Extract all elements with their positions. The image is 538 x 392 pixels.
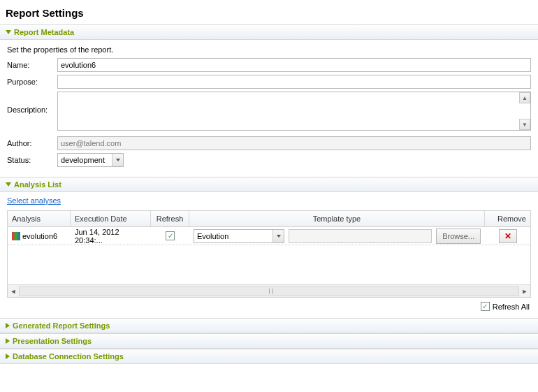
name-label: Name: bbox=[7, 61, 57, 69]
section-title: Report Metadata bbox=[14, 28, 74, 36]
section-header-presentation[interactable]: Presentation Settings bbox=[0, 334, 538, 349]
refresh-all-label: Refresh All bbox=[493, 303, 530, 311]
template-path-field[interactable] bbox=[289, 229, 432, 243]
col-remove[interactable]: Remove bbox=[485, 211, 530, 226]
section-header-analysis[interactable]: Analysis List bbox=[0, 177, 538, 192]
analysis-name: evolution6 bbox=[22, 232, 57, 240]
section-generated-report-settings: Generated Report Settings bbox=[0, 318, 538, 333]
chevron-down-icon bbox=[6, 30, 11, 34]
purpose-field[interactable] bbox=[57, 75, 531, 89]
col-execution-date[interactable]: Execution Date bbox=[71, 211, 151, 226]
section-report-metadata: Report Metadata Set the properties of th… bbox=[0, 24, 538, 177]
scroll-down-icon[interactable]: ▼ bbox=[519, 119, 530, 130]
section-title: Presentation Settings bbox=[13, 337, 92, 345]
horizontal-scrollbar[interactable]: ◄ ► bbox=[8, 284, 530, 297]
chevron-right-icon bbox=[6, 354, 10, 359]
grid-header: Analysis Execution Date Refresh Template… bbox=[8, 211, 530, 227]
table-row[interactable]: evolution6 Jun 14, 2012 20:34:... ✓ Evol… bbox=[8, 227, 530, 245]
section-presentation-settings: Presentation Settings bbox=[0, 333, 538, 349]
purpose-label: Purpose: bbox=[7, 78, 57, 86]
scroll-left-icon[interactable]: ◄ bbox=[8, 288, 19, 295]
remove-button[interactable]: ✕ bbox=[499, 229, 517, 243]
refresh-all-checkbox[interactable]: ✓ bbox=[481, 302, 490, 311]
scroll-right-icon[interactable]: ► bbox=[519, 288, 530, 295]
chevron-right-icon bbox=[6, 323, 10, 328]
name-field[interactable] bbox=[57, 58, 531, 72]
browse-button[interactable]: Browse... bbox=[436, 228, 481, 244]
section-header-metadata[interactable]: Report Metadata bbox=[0, 25, 538, 40]
section-analysis-list: Analysis List Select analyses Analysis E… bbox=[0, 177, 538, 318]
col-refresh[interactable]: Refresh bbox=[151, 211, 189, 226]
analysis-grid: Analysis Execution Date Refresh Template… bbox=[7, 210, 531, 298]
refresh-checkbox[interactable]: ✓ bbox=[166, 231, 175, 240]
status-select[interactable]: development bbox=[57, 153, 124, 167]
col-template-type[interactable]: Template type bbox=[189, 211, 485, 226]
select-analyses-link[interactable]: Select analyses bbox=[7, 196, 61, 205]
section-header-generated[interactable]: Generated Report Settings bbox=[0, 319, 538, 333]
col-analysis[interactable]: Analysis bbox=[8, 211, 71, 226]
section-subtext: Set the properties of the report. bbox=[7, 45, 531, 54]
description-label: Description: bbox=[7, 92, 57, 114]
page-title: Report Settings bbox=[0, 0, 538, 24]
section-header-dbconn[interactable]: Database Connection Settings bbox=[0, 349, 538, 364]
author-field bbox=[57, 136, 531, 150]
dropdown-icon bbox=[112, 154, 123, 166]
dropdown-icon bbox=[272, 230, 284, 242]
section-database-connection-settings: Database Connection Settings bbox=[0, 349, 538, 364]
chevron-down-icon bbox=[6, 182, 11, 187]
analysis-icon bbox=[12, 232, 20, 240]
author-label: Author: bbox=[7, 139, 57, 147]
close-icon: ✕ bbox=[504, 231, 511, 241]
template-value: Evolution bbox=[197, 232, 272, 240]
execution-date: Jun 14, 2012 20:34:... bbox=[71, 226, 151, 246]
scroll-up-icon[interactable]: ▲ bbox=[519, 92, 530, 103]
section-title: Analysis List bbox=[14, 180, 61, 189]
section-title: Generated Report Settings bbox=[13, 321, 110, 330]
status-label: Status: bbox=[7, 156, 57, 164]
section-title: Database Connection Settings bbox=[13, 352, 124, 361]
chevron-right-icon bbox=[6, 338, 10, 344]
template-select[interactable]: Evolution bbox=[194, 229, 284, 243]
description-field[interactable]: ▲ ▼ bbox=[57, 92, 531, 131]
status-value: development bbox=[61, 156, 112, 164]
